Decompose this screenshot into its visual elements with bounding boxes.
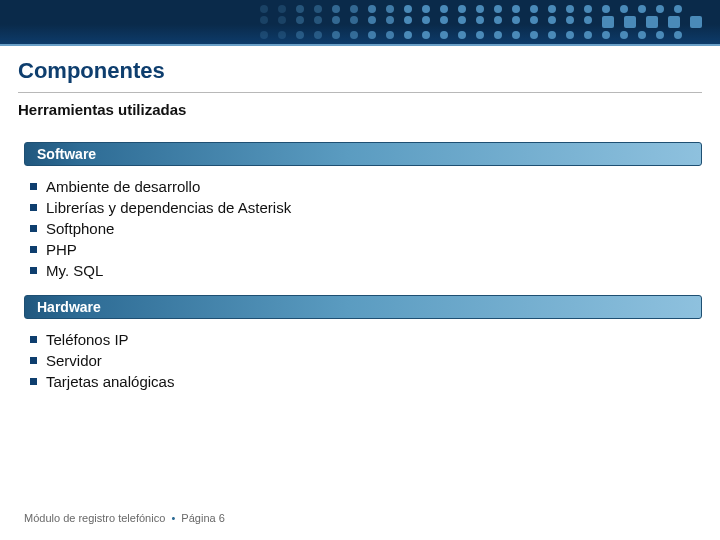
- list-item: Librerías y dependencias de Asterisk: [30, 197, 720, 218]
- software-list: Ambiente de desarrollo Librerías y depen…: [0, 176, 720, 281]
- decorative-dots: [260, 0, 702, 44]
- list-item: Softphone: [30, 218, 720, 239]
- list-item: PHP: [30, 239, 720, 260]
- list-item: Servidor: [30, 350, 720, 371]
- page-title: Componentes: [0, 46, 720, 86]
- list-item: My. SQL: [30, 260, 720, 281]
- footer-module: Módulo de registro telefónico: [24, 512, 165, 524]
- footer: Módulo de registro telefónico • Página 6: [24, 512, 225, 524]
- section-heading-hardware: Hardware: [24, 295, 702, 319]
- footer-page: Página 6: [181, 512, 224, 524]
- content-area: Software Ambiente de desarrollo Librería…: [0, 122, 720, 392]
- footer-separator: •: [171, 512, 175, 524]
- list-item: Tarjetas analógicas: [30, 371, 720, 392]
- list-item: Ambiente de desarrollo: [30, 176, 720, 197]
- decorative-top-bar: [0, 0, 720, 46]
- list-item: Teléfonos IP: [30, 329, 720, 350]
- section-heading-software: Software: [24, 142, 702, 166]
- page-subtitle: Herramientas utilizadas: [0, 93, 720, 122]
- hardware-list: Teléfonos IP Servidor Tarjetas analógica…: [0, 329, 720, 392]
